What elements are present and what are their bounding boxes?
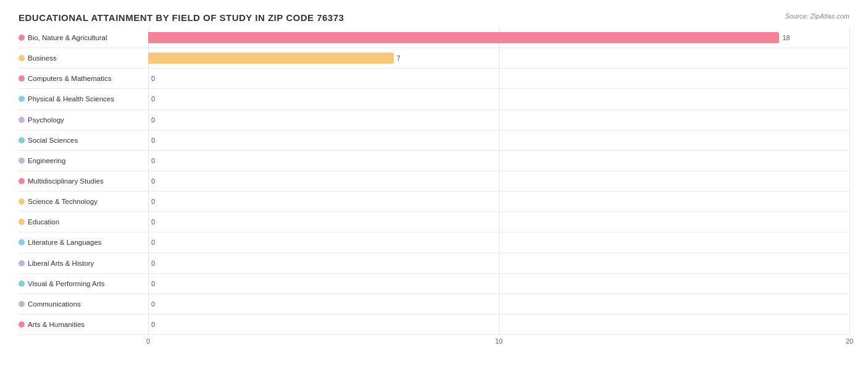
bar-wrapper: 0 <box>148 258 849 269</box>
bar-label: Business <box>19 54 148 62</box>
bar-wrapper: 0 <box>148 216 849 227</box>
x-tick: 0 <box>146 337 150 345</box>
bar-label: Physical & Health Sciences <box>19 95 148 103</box>
bar-value: 18 <box>782 34 790 41</box>
bar-track: 7 <box>148 48 849 68</box>
bar-track: 0 <box>148 192 849 211</box>
bar-track: 18 <box>148 28 849 48</box>
bar-wrapper: 0 <box>148 93 849 104</box>
bar-value: 7 <box>397 54 401 62</box>
bar-row: Business7 <box>19 48 849 69</box>
label-text: Education <box>28 218 59 226</box>
label-text: Psychology <box>28 116 64 124</box>
bar-fill <box>148 32 779 43</box>
grid-line <box>849 274 850 294</box>
chart-area: Bio, Nature & Agricultural18Business7Com… <box>19 28 849 350</box>
label-text: Computers & Mathematics <box>28 75 112 82</box>
label-text: Literature & Languages <box>28 239 102 246</box>
bar-wrapper: 0 <box>148 176 849 187</box>
bar-row: Education0 <box>19 212 849 232</box>
bar-label: Education <box>19 218 148 226</box>
bar-label: Multidisciplinary Studies <box>19 177 148 185</box>
bar-label: Science & Technology <box>19 198 148 205</box>
bar-track: 0 <box>148 253 849 273</box>
bar-value: 0 <box>151 137 155 144</box>
label-text: Multidisciplinary Studies <box>28 177 104 185</box>
grid-line <box>849 232 850 252</box>
grid-line <box>849 130 850 150</box>
chart-container: EDUCATIONAL ATTAINMENT BY FIELD OF STUDY… <box>0 0 868 390</box>
bar-value: 0 <box>151 300 155 308</box>
bar-value: 0 <box>151 280 155 287</box>
label-text: Science & Technology <box>28 198 98 205</box>
bar-label: Psychology <box>19 116 148 124</box>
grid-line <box>849 315 850 334</box>
label-dot <box>19 260 25 266</box>
bar-row: Bio, Nature & Agricultural18 <box>19 28 849 48</box>
bar-wrapper: 0 <box>148 237 849 248</box>
bar-row: Engineering0 <box>19 151 849 171</box>
label-dot <box>19 281 25 287</box>
source-text: Source: ZipAtlas.com <box>785 12 849 20</box>
bar-value: 0 <box>151 116 155 124</box>
bar-wrapper: 0 <box>148 196 849 207</box>
grid-line <box>849 294 850 314</box>
label-dot <box>19 158 25 164</box>
bar-row: Visual & Performing Arts0 <box>19 274 849 294</box>
bar-label: Bio, Nature & Agricultural <box>19 34 148 41</box>
bar-label: Literature & Languages <box>19 239 148 246</box>
label-dot <box>19 137 25 143</box>
label-text: Bio, Nature & Agricultural <box>28 34 107 41</box>
grid-line <box>849 253 850 273</box>
bar-label: Engineering <box>19 157 148 164</box>
bar-track: 0 <box>148 232 849 252</box>
grid-line <box>849 110 850 130</box>
label-text: Communications <box>28 300 81 308</box>
bar-value: 0 <box>151 218 155 226</box>
bar-track: 0 <box>148 151 849 171</box>
bar-row: Liberal Arts & History0 <box>19 253 849 274</box>
bar-fill <box>148 53 394 64</box>
bar-wrapper: 7 <box>148 53 849 64</box>
grid-line <box>849 48 850 68</box>
label-text: Arts & Humanities <box>28 321 85 328</box>
bar-value: 0 <box>151 95 155 103</box>
label-dot <box>19 198 25 205</box>
label-dot <box>19 117 25 123</box>
label-text: Engineering <box>28 157 65 164</box>
chart-title: EDUCATIONAL ATTAINMENT BY FIELD OF STUDY… <box>19 12 849 23</box>
label-dot <box>19 301 25 307</box>
bar-track: 0 <box>148 130 849 150</box>
bar-label: Computers & Mathematics <box>19 75 148 82</box>
label-dot <box>19 55 25 61</box>
x-axis: 01020 <box>19 337 849 350</box>
grid-line <box>849 212 850 232</box>
bar-row: Communications0 <box>19 294 849 315</box>
grid-line <box>849 28 850 48</box>
bar-label: Liberal Arts & History <box>19 260 148 267</box>
bar-value: 0 <box>151 260 155 267</box>
bar-label: Social Sciences <box>19 137 148 144</box>
grid-line <box>849 69 850 88</box>
bar-wrapper: 0 <box>148 73 849 84</box>
bar-track: 0 <box>148 110 849 130</box>
bar-track: 0 <box>148 274 849 294</box>
bar-label: Visual & Performing Arts <box>19 280 148 287</box>
bar-value: 0 <box>151 157 155 164</box>
bar-row: Psychology0 <box>19 110 849 130</box>
bar-wrapper: 0 <box>148 278 849 289</box>
label-dot <box>19 96 25 102</box>
bar-value: 0 <box>151 75 155 82</box>
bar-value: 0 <box>151 239 155 246</box>
bar-track: 0 <box>148 212 849 232</box>
label-dot <box>19 178 25 184</box>
label-dot <box>19 239 25 245</box>
bar-track: 0 <box>148 294 849 314</box>
bar-wrapper: 0 <box>148 299 849 310</box>
label-text: Social Sciences <box>28 137 78 144</box>
bar-value: 0 <box>151 198 155 205</box>
bar-label: Arts & Humanities <box>19 321 148 328</box>
label-text: Business <box>28 54 57 62</box>
bar-wrapper: 18 <box>148 32 849 43</box>
grid-line <box>849 89 850 109</box>
